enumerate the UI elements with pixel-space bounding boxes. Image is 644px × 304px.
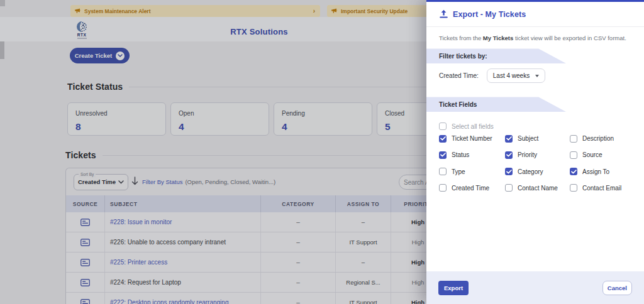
cancel-button[interactable]: Cancel [602, 281, 632, 295]
field-label: Source [582, 151, 602, 158]
created-time-value: Last 4 weeks [493, 72, 530, 79]
export-description: Tickets from the My Tickets ticket view … [439, 35, 631, 42]
created-time-row: Created Time: Last 4 weeks [439, 68, 644, 83]
export-modal-header: Export - My Tickets [426, 2, 644, 27]
export-button[interactable]: Export [438, 281, 469, 295]
export-upload-icon [439, 9, 448, 19]
field-label: Ticket Number [452, 135, 492, 142]
field-checkbox[interactable] [505, 168, 513, 175]
created-time-label: Created Time: [439, 72, 479, 79]
field-checkbox[interactable] [570, 168, 577, 175]
field-label: Priority [518, 151, 537, 158]
select-all-fields-row[interactable]: Select all fields [439, 122, 644, 130]
field-label: Type [452, 168, 465, 175]
filter-tickets-by-heading: Filter tickets by: [439, 53, 487, 60]
export-modal-title: Export - My Tickets [453, 10, 526, 19]
field-label: Category [518, 168, 543, 175]
field-checkbox[interactable] [439, 184, 447, 192]
field-checkbox[interactable] [570, 151, 577, 159]
ticket-field-option[interactable]: Category [505, 168, 570, 175]
ticket-fields-heading: Ticket Fields [439, 101, 477, 108]
ticket-field-option[interactable]: Description [570, 135, 628, 143]
ticket-field-option[interactable]: Subject [505, 135, 570, 143]
export-modal: Export - My Tickets Tickets from the My … [426, 0, 644, 304]
ticket-field-option[interactable]: Contact Email [570, 184, 628, 192]
ticket-field-option[interactable]: Ticket Number [439, 135, 505, 143]
created-time-dropdown[interactable]: Last 4 weeks [487, 68, 545, 83]
ticket-field-option[interactable]: Created Time [439, 184, 505, 192]
field-label: Contact Email [582, 185, 621, 192]
field-label: Status [452, 151, 469, 158]
field-label: Contact Name [518, 185, 558, 192]
ticket-field-option[interactable]: Contact Name [505, 184, 570, 192]
field-checkbox[interactable] [505, 184, 513, 192]
ticket-fields-grid: Ticket Number Subject Description Status… [439, 130, 628, 196]
ticket-field-option[interactable]: Type [439, 168, 505, 175]
view-name-highlight: My Tickets [483, 35, 513, 41]
ticket-field-option[interactable]: Assign To [570, 168, 628, 175]
select-all-label: Select all fields [452, 123, 494, 130]
field-checkbox[interactable] [439, 151, 447, 159]
chevron-down-icon [535, 75, 539, 77]
field-label: Assign To [582, 168, 609, 175]
field-label: Subject [518, 135, 538, 142]
field-label: Created Time [452, 185, 489, 192]
field-checkbox[interactable] [505, 151, 513, 159]
field-checkbox[interactable] [570, 135, 577, 143]
ticket-field-option[interactable]: Status [439, 151, 505, 159]
export-modal-footer: Export Cancel [426, 271, 644, 304]
field-checkbox[interactable] [505, 135, 513, 143]
ticket-field-option[interactable]: Priority [505, 151, 570, 159]
field-checkbox[interactable] [570, 184, 577, 192]
field-label: Description [582, 135, 614, 142]
ticket-fields-ribbon: Ticket Fields [426, 97, 567, 112]
ticket-field-option[interactable]: Source [570, 151, 628, 159]
field-checkbox[interactable] [439, 135, 447, 143]
filter-tickets-by-ribbon: Filter tickets by: [426, 48, 567, 63]
select-all-checkbox[interactable] [439, 122, 447, 130]
field-checkbox[interactable] [439, 168, 447, 175]
